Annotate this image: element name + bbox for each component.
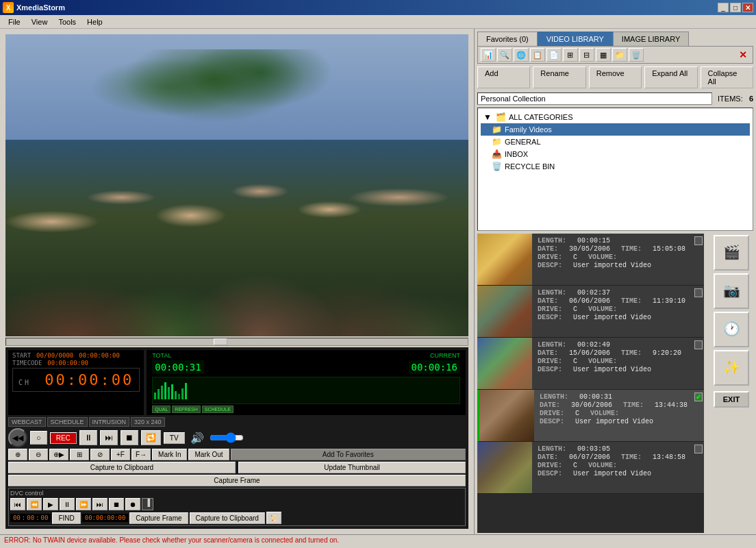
checkbox-1[interactable] <box>693 234 704 285</box>
pause-btn[interactable]: ⏸ <box>79 430 97 445</box>
add-favorites-btn[interactable]: Add To Favorites <box>231 449 466 460</box>
check-2[interactable] <box>694 288 703 297</box>
clock-side-btn[interactable]: 🕐 <box>714 312 749 347</box>
menu-file[interactable]: File <box>3 16 26 27</box>
checkbox-4[interactable]: ✔ <box>693 390 704 441</box>
video-scrollbar[interactable] <box>5 338 468 346</box>
loop-btn[interactable]: 🔁 <box>141 430 161 445</box>
check-4[interactable]: ✔ <box>694 393 703 401</box>
library-actions: Add Rename Remove Expand All Collapse Al… <box>477 66 753 88</box>
qual-btn[interactable]: QUAL <box>152 406 171 413</box>
jog-4[interactable]: ⊞ <box>70 449 89 460</box>
capture-frame-btn[interactable]: Capture Frame <box>8 475 466 486</box>
volume-slider[interactable] <box>210 432 244 443</box>
tool-grid2[interactable]: ⊟ <box>579 48 594 62</box>
tab-video-library[interactable]: VIDEO LIBRARY <box>538 32 613 46</box>
scrollbar-thumb[interactable] <box>214 338 227 345</box>
mark-in-btn[interactable]: Mark In <box>152 449 187 460</box>
check-1[interactable] <box>694 236 703 245</box>
side-buttons: 🎬 📷 🕐 ✨ EXIT <box>707 232 756 534</box>
tool-copy[interactable]: 📋 <box>530 48 545 62</box>
jog-5[interactable]: ⊘ <box>90 449 110 460</box>
tool-grid1[interactable]: ⊞ <box>563 48 578 62</box>
stop-btn[interactable]: ⏹ <box>121 430 138 445</box>
dvc-btn-1[interactable]: ⏮ <box>10 498 25 510</box>
checkbox-5[interactable] <box>693 442 704 493</box>
minimize-button[interactable]: _ <box>718 3 729 12</box>
tree-item-recycle[interactable]: 🗑️ RECYCLE BIN <box>481 160 750 173</box>
tool-search[interactable]: 🔍 <box>497 48 512 62</box>
table-row[interactable]: LENGTH: 00:02:37 DATE: 06/06/2006 TIME: … <box>477 286 704 338</box>
checkbox-2[interactable] <box>693 286 704 337</box>
rec-button[interactable]: REC <box>50 432 77 444</box>
tab-image-library[interactable]: IMAGE LIBRARY <box>613 32 689 46</box>
maximize-button[interactable]: □ <box>730 3 741 12</box>
fx-side-btn[interactable]: ✨ <box>714 350 749 386</box>
table-row[interactable]: LENGTH: 00:03:05 DATE: 06/07/2006 TIME: … <box>477 442 704 494</box>
tv-button[interactable]: TV <box>164 432 185 444</box>
snapshot-side-btn[interactable]: 📷 <box>714 273 749 309</box>
tree-item-general[interactable]: 📁 GENERAL <box>481 136 750 148</box>
dvc-btn-4[interactable]: ⏸ <box>60 498 75 510</box>
webcast-tag: WEBCAST <box>8 417 46 427</box>
checkbox-3[interactable] <box>693 338 704 389</box>
dvc-btn-6[interactable]: ⏭ <box>92 498 108 510</box>
skip-btn[interactable]: ⏭ <box>100 430 118 445</box>
dvc-btn-3[interactable]: ▶ <box>43 498 58 510</box>
tool-chart[interactable]: 📊 <box>481 48 496 62</box>
app-title: XmediaStorm <box>16 3 65 12</box>
fx-side-icon: ✨ <box>723 359 740 375</box>
tree-item-inbox[interactable]: 📥 INBOX <box>481 148 750 160</box>
dvc-vol[interactable]: ▐ <box>142 498 153 510</box>
tool-doc[interactable]: 📄 <box>546 48 562 62</box>
dvc-btn-2[interactable]: ⏪ <box>27 498 42 510</box>
check-3[interactable] <box>694 340 703 349</box>
video-side-btn[interactable]: 🎬 <box>714 235 749 271</box>
exit-button[interactable]: EXIT <box>714 391 749 408</box>
capture-clipboard-btn[interactable]: Capture to Clipboard <box>8 462 236 473</box>
video-meta-5: LENGTH: 00:03:05 DATE: 06/07/2006 TIME: … <box>532 442 693 493</box>
rename-button[interactable]: Rename <box>533 66 585 88</box>
add-button[interactable]: Add <box>477 66 530 88</box>
jog-7[interactable]: F→ <box>131 449 151 460</box>
tool-delete[interactable]: 🗑️ <box>629 48 644 62</box>
collapse-all-button[interactable]: Collapse All <box>701 66 753 88</box>
capture-clipboard2-btn[interactable]: Capture to Clipboard <box>190 512 265 524</box>
jog-3[interactable]: ⊕▶ <box>49 449 68 460</box>
expand-all-button[interactable]: Expand All <box>644 66 697 88</box>
jog-6[interactable]: +F <box>111 449 130 460</box>
tab-favorites[interactable]: Favorites (0) <box>477 32 538 46</box>
table-row[interactable]: LENGTH: 00:02:49 DATE: 15/06/2006 TIME: … <box>477 338 704 390</box>
refresh-btn[interactable]: REFRESH <box>172 406 200 413</box>
tool-grid3[interactable]: ▦ <box>596 48 611 62</box>
dvc-btn-5[interactable]: ⏩ <box>76 498 91 510</box>
check-5[interactable] <box>694 445 703 453</box>
find-btn[interactable]: FIND <box>52 512 80 524</box>
prev-btn[interactable]: ◀◀ <box>8 428 27 447</box>
rec-radio[interactable]: ○ <box>30 431 47 445</box>
collection-name-input[interactable] <box>477 92 712 105</box>
tree-item-all[interactable]: ▼ 🗂️ ALL CATEGORIES <box>481 111 750 123</box>
menu-help[interactable]: Help <box>81 16 108 27</box>
dvc-btn-8[interactable]: ⏺ <box>125 498 140 510</box>
app-icon: X <box>3 2 14 13</box>
mark-out-btn[interactable]: Mark Out <box>188 449 229 460</box>
tree-item-family[interactable]: 📁 Family Videos <box>481 123 750 136</box>
jog-1[interactable]: ⊕ <box>8 449 27 460</box>
library-close-btn[interactable]: ✕ <box>736 49 750 60</box>
tree-label-recycle: RECYCLE BIN <box>505 162 555 171</box>
dvc-script-btn[interactable]: 📜 <box>266 512 281 524</box>
menu-tools[interactable]: Tools <box>53 16 81 27</box>
table-row[interactable]: LENGTH: 00:00:31 DATE: 30/06/2006 TIME: … <box>477 390 704 442</box>
menu-view[interactable]: View <box>26 16 53 27</box>
update-thumbnail-btn[interactable]: Update Thumbnail <box>238 462 466 473</box>
remove-button[interactable]: Remove <box>589 66 642 88</box>
tool-network[interactable]: 🌐 <box>514 48 529 62</box>
dvc-btn-7[interactable]: ⏹ <box>109 498 124 510</box>
tool-folder[interactable]: 📁 <box>612 48 627 62</box>
jog-2[interactable]: ⊖ <box>29 449 48 460</box>
close-button[interactable]: ✕ <box>742 3 753 12</box>
capture-frame-small-btn[interactable]: Capture Frame <box>129 512 188 524</box>
schedule-btn2[interactable]: SCHEDULE <box>202 406 234 413</box>
table-row[interactable]: LENGTH: 00:00:15 DATE: 30/05/2006 TIME: … <box>477 234 704 286</box>
